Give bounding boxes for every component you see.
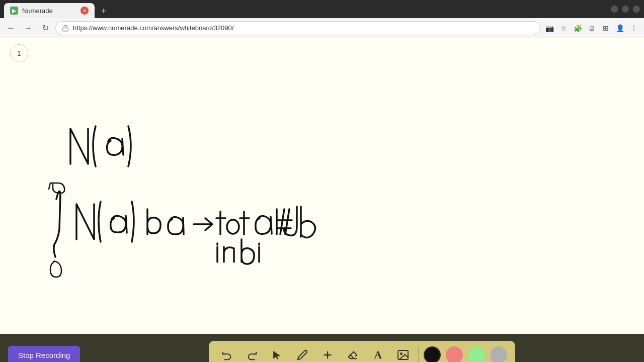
color-pink[interactable] — [446, 346, 463, 362]
nav-bar: ← → ↻ https://www.numerade.com/answers/w… — [0, 18, 644, 38]
math-content — [0, 38, 644, 334]
svg-rect-4 — [398, 350, 408, 359]
forward-button[interactable]: → — [21, 21, 35, 35]
profile-icon[interactable]: 👤 — [614, 22, 626, 34]
window-controls — [611, 6, 640, 13]
minimize-button[interactable] — [611, 6, 618, 13]
text-tool-button[interactable]: A — [368, 345, 388, 362]
apps-icon[interactable]: ⊞ — [600, 22, 612, 34]
color-gray[interactable] — [490, 346, 507, 362]
extension-icon[interactable]: 🧩 — [572, 22, 584, 34]
add-button[interactable] — [317, 345, 338, 362]
maximize-button[interactable] — [622, 6, 629, 13]
undo-button[interactable] — [217, 345, 237, 362]
page-number: 1 — [17, 49, 21, 57]
svg-point-5 — [400, 353, 402, 354]
tab-title: Numerade — [22, 7, 76, 15]
svg-point-1 — [227, 220, 239, 234]
image-button[interactable] — [393, 345, 413, 362]
active-tab[interactable]: ▶ Numerade ✕ — [4, 3, 95, 18]
address-bar[interactable]: https://www.numerade.com/answers/whitebo… — [55, 21, 540, 35]
redo-button[interactable] — [242, 345, 262, 362]
whiteboard[interactable]: 1 — [0, 38, 644, 334]
stop-recording-button[interactable]: Stop Recording — [8, 346, 80, 363]
eraser-button[interactable] — [343, 345, 363, 362]
tab-favicon: ▶ — [10, 7, 18, 15]
menu-icon[interactable]: ⋮ — [628, 22, 640, 34]
back-button[interactable]: ← — [4, 21, 18, 35]
bookmark-icon[interactable]: ☆ — [557, 22, 570, 34]
url-text: https://www.numerade.com/answers/whitebo… — [73, 24, 233, 32]
toolbar-panel: A — [209, 341, 515, 362]
pen-tool-button[interactable] — [292, 345, 312, 362]
close-button[interactable] — [633, 6, 640, 13]
nav-extras: 📷 ☆ 🧩 🖥 ⊞ 👤 ⋮ — [543, 22, 640, 34]
toolbar-separator — [418, 347, 419, 362]
tab-bar: ▶ Numerade ✕ + — [4, 0, 607, 18]
screenshare-icon[interactable]: 📷 — [543, 22, 555, 34]
browser-chrome: ▶ Numerade ✕ + ← → ↻ https://www.numerad… — [0, 0, 644, 38]
select-tool-button[interactable] — [267, 345, 287, 362]
monitor-icon[interactable]: 🖥 — [586, 22, 598, 34]
lock-icon — [62, 25, 69, 32]
color-black[interactable] — [424, 346, 441, 362]
svg-rect-0 — [63, 28, 68, 31]
reload-button[interactable]: ↻ — [38, 21, 52, 35]
new-tab-button[interactable]: + — [97, 4, 111, 18]
page-indicator: 1 — [10, 44, 28, 62]
color-green[interactable] — [468, 346, 485, 362]
title-bar: ▶ Numerade ✕ + — [0, 0, 644, 18]
bottom-bar: Stop Recording — [0, 334, 644, 362]
tab-close-btn[interactable]: ✕ — [80, 7, 89, 15]
